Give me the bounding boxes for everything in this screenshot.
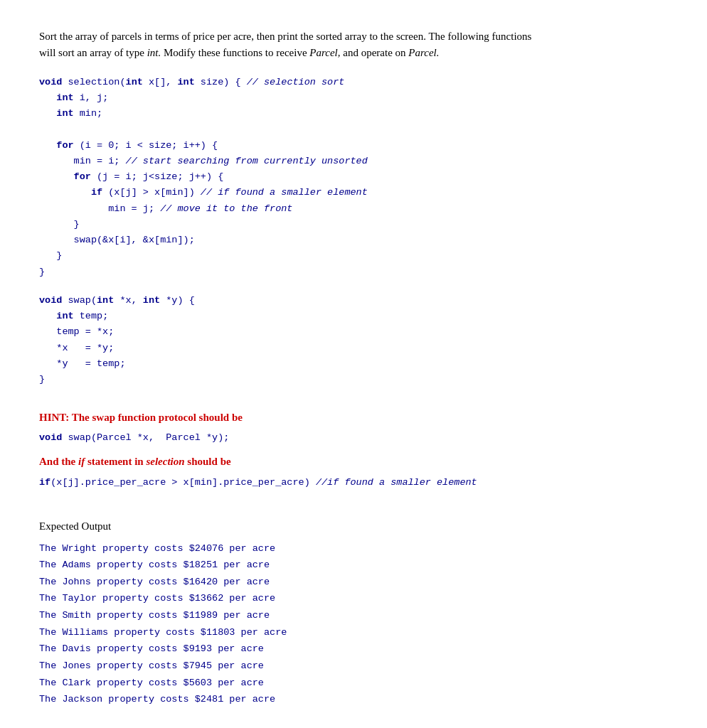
intro-parcel2-italic: Parcel.: [408, 47, 439, 58]
intro-text2: will sort an array of type: [39, 47, 147, 58]
hint-and-text2: statement in: [85, 456, 146, 467]
intro-text3: Modify these functions to receive: [161, 47, 309, 58]
hint-and-text3: should be: [185, 456, 231, 467]
hint-swap-code: void swap(Parcel *x, Parcel *y);: [39, 431, 668, 445]
intro-parcel-italic: Parcel,: [309, 47, 340, 58]
hint-title: HINT: The swap function protocol should …: [39, 410, 668, 426]
selection-sort-code: void selection(int x[], int size) { // s…: [39, 75, 668, 280]
expected-output-block: The Wright property costs $24076 per acr…: [39, 540, 668, 708]
hint-if-code: if(x[j].price_per_acre > x[min].price_pe…: [39, 476, 668, 490]
hint-and-text1: And the: [39, 456, 78, 467]
expected-label: Expected Output: [39, 518, 668, 535]
intro-text4: and operate on: [341, 47, 409, 58]
hint-if-italic: if: [78, 456, 85, 467]
hint-and-text: And the if statement in selection should…: [39, 454, 668, 470]
intro-paragraph: Sort the array of parcels in terms of pr…: [39, 28, 668, 62]
swap-function-code: void swap(int *x, int *y) { int temp; te…: [39, 293, 668, 388]
hint-section: HINT: The swap function protocol should …: [39, 410, 668, 491]
expected-section: Expected Output The Wright property cost…: [39, 518, 668, 708]
intro-text1: Sort the array of parcels in terms of pr…: [39, 31, 531, 42]
hint-selection-italic: selection: [146, 456, 184, 467]
intro-int-italic: int.: [147, 47, 161, 58]
